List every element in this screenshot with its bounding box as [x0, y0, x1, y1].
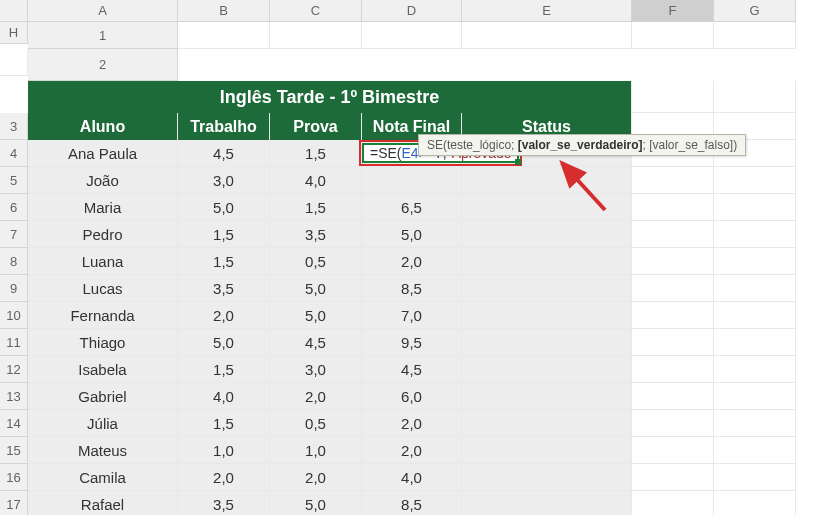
empty-cell[interactable] [632, 81, 714, 113]
cell-prova[interactable]: 1,5 [270, 194, 362, 221]
cell-notafinal[interactable]: 8,5 [362, 275, 462, 302]
cell-trabalho[interactable]: 1,5 [178, 356, 270, 383]
empty-cell[interactable] [632, 221, 714, 248]
cell-trabalho[interactable]: 3,5 [178, 275, 270, 302]
col-header-D[interactable]: D [362, 0, 462, 22]
row-header-17[interactable]: 17 [0, 491, 28, 515]
cell-name[interactable]: Isabela [28, 356, 178, 383]
cell-name[interactable]: Mateus [28, 437, 178, 464]
empty-cell[interactable] [714, 302, 796, 329]
cell-notafinal[interactable]: 5,0 [362, 221, 462, 248]
cell-name[interactable]: Ana Paula [28, 140, 178, 167]
cell-name[interactable]: Maria [28, 194, 178, 221]
cell-status[interactable] [462, 410, 632, 437]
row-header-1[interactable]: 1 [28, 22, 178, 49]
col-header-G[interactable]: G [714, 0, 796, 22]
empty-cell[interactable] [632, 194, 714, 221]
cell-name[interactable]: Camila [28, 464, 178, 491]
col-header-E[interactable]: E [462, 0, 632, 22]
cell-trabalho[interactable]: 1,5 [178, 248, 270, 275]
row-header-11[interactable]: 11 [0, 329, 28, 356]
cell-notafinal[interactable]: 4,0 [362, 464, 462, 491]
cell-prova[interactable]: 4,0 [270, 167, 362, 194]
empty-cell[interactable] [714, 437, 796, 464]
cell-notafinal[interactable]: 2,0 [362, 248, 462, 275]
cell-notafinal[interactable] [362, 167, 462, 194]
empty-cell[interactable] [632, 383, 714, 410]
cell-trabalho[interactable]: 5,0 [178, 194, 270, 221]
cell-prova[interactable]: 2,0 [270, 383, 362, 410]
empty-cell[interactable] [714, 194, 796, 221]
col-header-F[interactable]: F [632, 0, 714, 22]
empty-cell[interactable] [714, 410, 796, 437]
col-header-C[interactable]: C [270, 0, 362, 22]
cell-trabalho[interactable]: 3,0 [178, 167, 270, 194]
empty-cell[interactable] [714, 22, 796, 49]
empty-cell[interactable] [362, 22, 462, 49]
cell-name[interactable]: Júlia [28, 410, 178, 437]
cell-notafinal[interactable]: 6,0 [362, 383, 462, 410]
empty-cell[interactable] [714, 167, 796, 194]
cell-name[interactable]: Thiago [28, 329, 178, 356]
col-header-A[interactable]: A [28, 0, 178, 22]
empty-cell[interactable] [714, 275, 796, 302]
empty-cell[interactable] [632, 491, 714, 515]
cell-prova[interactable]: 3,5 [270, 221, 362, 248]
cell-status[interactable] [462, 464, 632, 491]
row-header-6[interactable]: 6 [0, 194, 28, 221]
row-header-9[interactable]: 9 [0, 275, 28, 302]
cell-status[interactable] [462, 383, 632, 410]
cell-trabalho[interactable]: 2,0 [178, 464, 270, 491]
cell-notafinal[interactable]: 4,5 [362, 356, 462, 383]
spreadsheet-grid[interactable]: ABCDEFGH12Inglês Tarde - 1º Bimestre3Alu… [0, 0, 826, 515]
cell-prova[interactable]: 5,0 [270, 491, 362, 515]
cell-status[interactable] [462, 248, 632, 275]
cell-name[interactable]: Pedro [28, 221, 178, 248]
empty-cell[interactable] [632, 410, 714, 437]
cell-notafinal[interactable]: 7,0 [362, 302, 462, 329]
col-header-H[interactable]: H [0, 22, 28, 44]
row-header-5[interactable]: 5 [0, 167, 28, 194]
cell-prova[interactable]: 1,0 [270, 437, 362, 464]
empty-cell[interactable] [714, 356, 796, 383]
row-header-2[interactable]: 2 [28, 49, 178, 81]
empty-cell[interactable] [270, 22, 362, 49]
empty-cell[interactable] [632, 437, 714, 464]
empty-cell[interactable] [178, 22, 270, 49]
row-header-13[interactable]: 13 [0, 383, 28, 410]
cell-prova[interactable]: 3,0 [270, 356, 362, 383]
select-all-corner[interactable] [0, 0, 28, 22]
row-header-16[interactable]: 16 [0, 464, 28, 491]
cell-notafinal[interactable]: 9,5 [362, 329, 462, 356]
col-header-B[interactable]: B [178, 0, 270, 22]
cell-prova[interactable]: 2,0 [270, 464, 362, 491]
cell-status[interactable] [462, 302, 632, 329]
cell-trabalho[interactable]: 5,0 [178, 329, 270, 356]
cell-name[interactable]: Lucas [28, 275, 178, 302]
row-header-14[interactable]: 14 [0, 410, 28, 437]
empty-cell[interactable] [632, 248, 714, 275]
fill-handle[interactable] [515, 159, 521, 165]
empty-cell[interactable] [632, 275, 714, 302]
cell-status[interactable] [462, 437, 632, 464]
cell-notafinal[interactable]: 8,5 [362, 491, 462, 515]
row-header-10[interactable]: 10 [0, 302, 28, 329]
cell-status[interactable] [462, 356, 632, 383]
empty-cell[interactable] [632, 302, 714, 329]
empty-cell[interactable] [632, 464, 714, 491]
cell-trabalho[interactable]: 3,5 [178, 491, 270, 515]
cell-trabalho[interactable]: 4,0 [178, 383, 270, 410]
cell-status[interactable] [462, 275, 632, 302]
cell-name[interactable]: Rafael [28, 491, 178, 515]
empty-cell[interactable] [632, 22, 714, 49]
empty-cell[interactable] [462, 22, 632, 49]
cell-notafinal[interactable]: 6,5 [362, 194, 462, 221]
cell-prova[interactable]: 5,0 [270, 302, 362, 329]
row-header-8[interactable]: 8 [0, 248, 28, 275]
row-header-12[interactable]: 12 [0, 356, 28, 383]
cell-status[interactable] [462, 221, 632, 248]
cell-trabalho[interactable]: 1,0 [178, 437, 270, 464]
empty-cell[interactable] [632, 167, 714, 194]
cell-trabalho[interactable]: 2,0 [178, 302, 270, 329]
empty-cell[interactable] [0, 49, 28, 76]
